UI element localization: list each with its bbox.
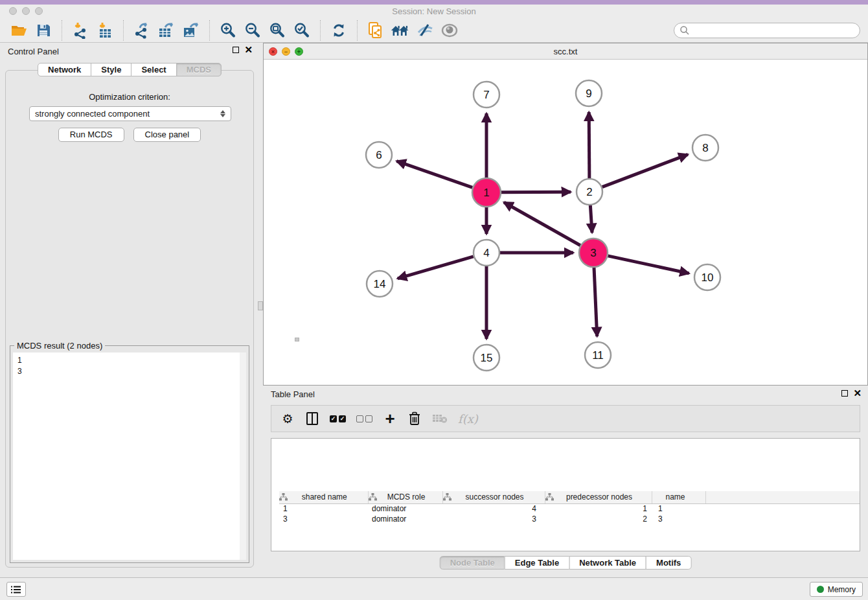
zoom-in-icon[interactable]: [218, 21, 238, 40]
close-panel-button[interactable]: Close panel: [133, 128, 201, 142]
zoom-fit-icon[interactable]: [268, 21, 287, 40]
refresh-layout-icon[interactable]: [329, 21, 348, 40]
select-all-icon[interactable]: ✓✓: [330, 410, 346, 427]
table-cell[interactable]: dominator: [368, 503, 442, 514]
graph-node-2[interactable]: 2: [577, 179, 602, 205]
graph-node-10[interactable]: 10: [694, 264, 720, 290]
first-neighbors-icon[interactable]: [366, 21, 385, 40]
table-cell[interactable]: dominator: [368, 514, 442, 524]
delete-column-icon[interactable]: [407, 410, 422, 427]
column-header-label: name: [652, 492, 705, 502]
table-cell[interactable]: 1: [652, 503, 705, 514]
table-cell[interactable]: 3: [652, 514, 705, 524]
toolbar-separator: [62, 20, 62, 41]
status-bar: Memory: [0, 577, 868, 600]
column-header-name[interactable]: name: [652, 491, 705, 503]
column-header-MCDS-role[interactable]: MCDS role: [368, 491, 442, 503]
optimization-criterion-label: Optimization criterion:: [6, 92, 253, 102]
export-table-icon[interactable]: [157, 21, 176, 40]
tab-style[interactable]: Style: [91, 63, 131, 76]
table-cell[interactable]: 2: [545, 514, 652, 524]
tab-network[interactable]: Network: [38, 63, 91, 76]
graph-node-14[interactable]: 14: [367, 271, 393, 297]
table-tab-edge-table[interactable]: Edge Table: [505, 556, 569, 570]
network-canvas[interactable]: 7968124314101511: [264, 60, 867, 385]
column-header-shared-name[interactable]: shared name: [279, 491, 368, 503]
memory-label: Memory: [828, 585, 856, 594]
graph-node-8[interactable]: 8: [692, 135, 718, 161]
float-table-panel-icon[interactable]: [841, 390, 848, 397]
table-cell[interactable]: 3: [442, 514, 545, 524]
graph-node-11[interactable]: 11: [585, 342, 611, 368]
table-row[interactable]: 3dominator323: [279, 514, 860, 524]
column-header-predecessor-nodes[interactable]: predecessor nodes: [545, 491, 652, 503]
column-grouping-icon: [545, 493, 554, 501]
zoom-out-icon[interactable]: [243, 21, 262, 40]
graph-edge-3-1[interactable]: [504, 202, 580, 245]
graph-edge-2-8[interactable]: [602, 154, 688, 187]
tab-select[interactable]: Select: [131, 63, 176, 76]
graph-edge-1-2[interactable]: [501, 192, 571, 192]
mcds-result-scrollbar[interactable]: [240, 352, 246, 560]
graph-node-label: 1: [483, 187, 489, 199]
memory-button[interactable]: Memory: [810, 582, 863, 597]
graph-node-1[interactable]: 1: [472, 178, 501, 207]
graph-edge-1-6[interactable]: [396, 161, 472, 188]
graph-node-6[interactable]: 6: [366, 142, 392, 168]
mcds-result-textarea[interactable]: 1 3: [13, 352, 246, 560]
close-panel-icon[interactable]: ✕: [244, 46, 253, 54]
table-row[interactable]: 1dominator411: [279, 503, 860, 514]
import-table-icon[interactable]: [95, 21, 115, 40]
control-panel-tabs: NetworkStyleSelectMCDS: [0, 63, 259, 76]
export-image-icon[interactable]: [181, 21, 201, 40]
table-panel: Table Panel ✕ ⚙ ✓✓ + f(x) shared nameMCD…: [263, 386, 868, 577]
table-cell[interactable]: 4: [442, 503, 545, 514]
horizontal-split-handle[interactable]: [295, 338, 299, 341]
tab-mcds[interactable]: MCDS: [176, 63, 222, 76]
open-file-icon[interactable]: [9, 21, 29, 40]
import-network-icon[interactable]: [71, 21, 90, 40]
table-cell[interactable]: 1: [545, 503, 652, 514]
deselect-all-icon[interactable]: [356, 410, 372, 427]
show-details-icon[interactable]: [440, 21, 459, 40]
add-column-icon[interactable]: +: [383, 410, 397, 427]
select-chevrons-icon: [220, 110, 225, 117]
close-table-panel-icon[interactable]: ✕: [853, 389, 862, 397]
graph-edge-3-10[interactable]: [608, 256, 689, 273]
float-panel-icon[interactable]: [233, 47, 239, 53]
graph-node-label: 10: [702, 271, 714, 284]
list-icon: [11, 585, 21, 594]
graph-edge-2-9[interactable]: [589, 112, 589, 178]
graph-edge-3-11[interactable]: [594, 268, 597, 336]
table-tab-node-table[interactable]: Node Table: [440, 556, 505, 570]
graph-node-9[interactable]: 9: [576, 80, 602, 106]
table-settings-gear-icon[interactable]: ⚙: [280, 410, 295, 427]
table-panel-tabs: Node TableEdge TableNetwork TableMotifs: [440, 556, 692, 570]
splitpane-divider-handle[interactable]: [258, 301, 263, 310]
graph-node-3[interactable]: 3: [579, 238, 608, 267]
control-panel: Control Panel ✕ NetworkStyleSelectMCDS O…: [0, 43, 259, 577]
table-tab-motifs[interactable]: Motifs: [646, 556, 691, 570]
export-network-icon[interactable]: [132, 21, 152, 40]
home-icon[interactable]: [391, 21, 410, 40]
hide-details-icon[interactable]: [415, 21, 435, 40]
table-cell[interactable]: 3: [279, 514, 368, 524]
graph-node-15[interactable]: 15: [474, 345, 499, 371]
zoom-selected-icon[interactable]: [292, 21, 312, 40]
graph-edge-2-3[interactable]: [590, 205, 592, 233]
table-cell-filler: [705, 503, 860, 514]
table-tab-network-table[interactable]: Network Table: [569, 556, 646, 570]
task-history-button[interactable]: [6, 582, 26, 597]
graph-node-7[interactable]: 7: [474, 82, 499, 108]
graph-node-label: 3: [590, 247, 596, 259]
graph-edge-4-14[interactable]: [398, 257, 474, 279]
column-grouping-icon: [443, 493, 451, 501]
run-mcds-button[interactable]: Run MCDS: [58, 128, 124, 142]
column-visibility-icon[interactable]: [305, 410, 319, 427]
graph-node-4[interactable]: 4: [474, 240, 499, 266]
optimization-criterion-select[interactable]: strongly connected component: [29, 106, 231, 121]
column-header-successor-nodes[interactable]: successor nodes: [442, 491, 545, 503]
table-cell[interactable]: 1: [279, 503, 368, 514]
save-session-icon[interactable]: [34, 21, 53, 40]
search-input[interactable]: [674, 23, 860, 38]
